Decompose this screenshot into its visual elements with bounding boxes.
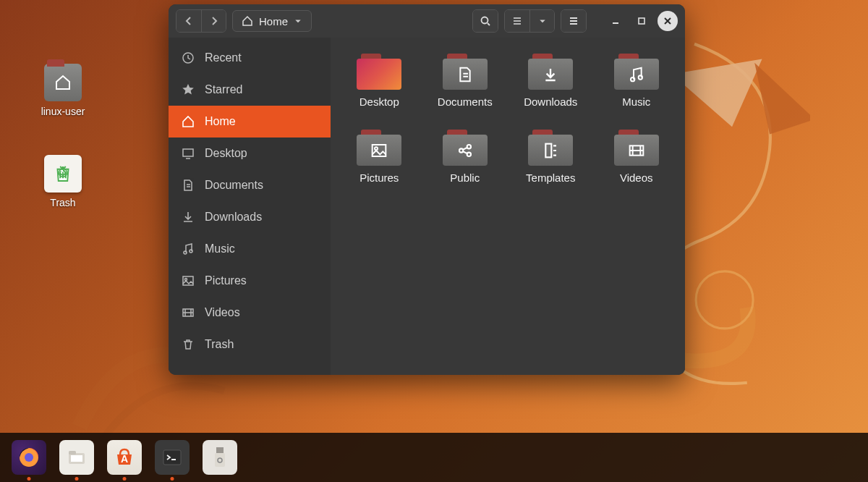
svg-rect-26 xyxy=(163,450,181,465)
svg-rect-24 xyxy=(71,455,82,462)
folder-videos[interactable]: Videos xyxy=(597,127,677,187)
list-icon xyxy=(511,15,523,27)
dock-usb[interactable] xyxy=(203,440,237,475)
sidebar-item-downloads[interactable]: Downloads xyxy=(169,201,331,233)
desktop-icon-label: Trash xyxy=(50,197,75,208)
desktop-icon-label: linux-user xyxy=(41,106,85,117)
menu-icon xyxy=(568,15,579,27)
sidebar-item-pictures[interactable]: Pictures xyxy=(169,265,331,297)
folder-label: Music xyxy=(622,96,650,108)
svg-point-21 xyxy=(25,453,33,462)
home-icon xyxy=(182,115,195,128)
search-button[interactable] xyxy=(473,10,498,32)
folder-view: Desktop Documents Downloads xyxy=(331,38,685,375)
view-options-button[interactable] xyxy=(529,10,554,32)
dock-files[interactable] xyxy=(59,440,94,475)
sidebar-item-starred[interactable]: Starred xyxy=(169,74,331,106)
folder-music[interactable]: Music xyxy=(597,51,677,111)
svg-point-6 xyxy=(184,251,187,254)
sidebar-item-label: Home xyxy=(205,115,236,128)
svg-point-15 xyxy=(459,148,463,152)
folder-downloads[interactable]: Downloads xyxy=(511,51,591,111)
desktop-icon-trash[interactable]: Trash xyxy=(30,155,95,208)
folder-icon xyxy=(357,130,401,166)
folder-icon xyxy=(443,130,488,166)
svg-point-7 xyxy=(190,250,192,253)
svg-point-12 xyxy=(638,75,642,79)
svg-rect-5 xyxy=(183,149,193,156)
sidebar-item-label: Downloads xyxy=(205,211,262,224)
hamburger-menu-button[interactable] xyxy=(561,10,586,32)
folder-templates[interactable]: Templates xyxy=(511,127,591,187)
video-icon xyxy=(182,306,195,319)
list-view-button[interactable] xyxy=(505,10,529,32)
sidebar-item-recent[interactable]: Recent xyxy=(169,42,331,74)
download-icon xyxy=(182,211,195,224)
sidebar-item-label: Videos xyxy=(205,306,240,319)
sidebar-item-music[interactable]: Music xyxy=(169,233,331,265)
back-button[interactable] xyxy=(176,10,201,32)
document-icon xyxy=(182,179,195,192)
sidebar-item-label: Trash xyxy=(205,338,234,351)
music-icon xyxy=(182,242,195,255)
sidebar-item-home[interactable]: Home xyxy=(169,106,331,138)
sidebar-item-label: Starred xyxy=(205,83,242,96)
svg-rect-3 xyxy=(639,18,644,24)
firefox-icon xyxy=(17,445,41,470)
folder-public[interactable]: Public xyxy=(425,127,506,187)
svg-rect-8 xyxy=(183,276,193,285)
sidebar-item-trash[interactable]: Trash xyxy=(169,329,331,360)
folder-icon xyxy=(528,54,573,90)
folder-documents[interactable]: Documents xyxy=(425,51,506,111)
minimize-button[interactable] xyxy=(605,11,626,31)
chevron-down-icon xyxy=(538,15,547,27)
folder-icon xyxy=(614,130,659,166)
svg-text:A: A xyxy=(121,453,128,465)
svg-point-16 xyxy=(467,145,470,148)
picture-icon xyxy=(182,274,195,287)
sidebar-item-label: Music xyxy=(205,242,235,255)
desktop-icon xyxy=(182,147,195,160)
terminal-icon xyxy=(161,447,183,468)
sidebar: Recent Starred Home Desktop Documents Do… xyxy=(169,38,331,375)
software-icon: A xyxy=(112,445,137,470)
dock-software[interactable]: A xyxy=(107,440,142,475)
folder-label: Public xyxy=(450,172,480,184)
sidebar-item-label: Documents xyxy=(205,179,263,192)
svg-rect-27 xyxy=(216,447,224,453)
forward-button[interactable] xyxy=(201,10,226,32)
svg-rect-28 xyxy=(215,453,225,467)
path-bar[interactable]: Home xyxy=(232,10,312,32)
trash-icon xyxy=(182,338,195,351)
folder-label: Documents xyxy=(438,96,493,108)
svg-point-2 xyxy=(482,17,488,24)
dock-terminal[interactable] xyxy=(155,440,190,475)
folder-label: Videos xyxy=(620,172,653,184)
svg-rect-23 xyxy=(69,451,76,454)
folder-icon xyxy=(528,130,573,166)
svg-point-17 xyxy=(467,152,470,156)
files-icon xyxy=(66,447,88,468)
desktop-icon-home-folder[interactable]: linux-user xyxy=(30,64,95,117)
folder-pictures[interactable]: Pictures xyxy=(339,127,420,187)
folder-icon xyxy=(443,54,488,90)
sidebar-item-desktop[interactable]: Desktop xyxy=(169,138,331,169)
maximize-button[interactable] xyxy=(631,11,652,31)
usb-icon xyxy=(212,445,228,470)
chevron-down-icon xyxy=(294,15,302,27)
sidebar-item-documents[interactable]: Documents xyxy=(169,169,331,201)
trash-icon xyxy=(44,155,82,193)
sidebar-item-label: Recent xyxy=(205,51,242,64)
dock: A xyxy=(0,433,868,482)
svg-rect-13 xyxy=(373,145,386,156)
titlebar: Home xyxy=(169,4,685,38)
svg-rect-18 xyxy=(546,143,552,157)
folder-desktop[interactable]: Desktop xyxy=(339,51,420,111)
folder-label: Downloads xyxy=(524,96,577,108)
sidebar-item-videos[interactable]: Videos xyxy=(169,297,331,329)
folder-label: Templates xyxy=(526,172,575,184)
close-button[interactable] xyxy=(658,11,678,31)
dock-firefox[interactable] xyxy=(12,440,46,475)
sidebar-item-label: Desktop xyxy=(205,147,247,160)
clock-icon xyxy=(182,51,195,64)
